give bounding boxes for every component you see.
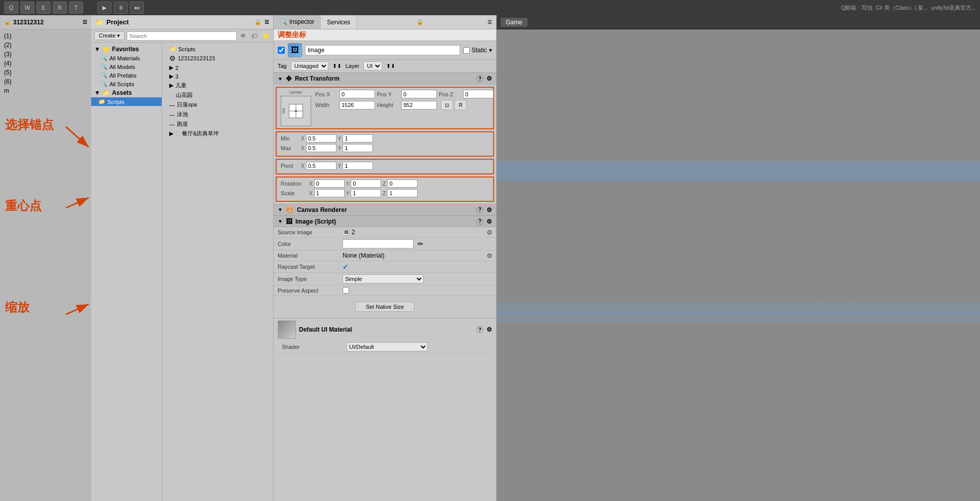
- rect-pos-fields: Pos X Pos Y Pos Z Width Height: [315, 90, 494, 126]
- preserve-aspect-label: Preserve Aspect: [278, 288, 338, 294]
- pivot-y-input[interactable]: [343, 162, 373, 170]
- tab-game[interactable]: Game: [501, 18, 527, 27]
- rect-help-icon[interactable]: ?: [476, 75, 483, 82]
- h-item-3[interactable]: (3): [0, 50, 91, 59]
- rot-z-input[interactable]: [387, 180, 418, 188]
- rot-y-input[interactable]: [351, 180, 381, 188]
- tool-t[interactable]: T: [69, 2, 83, 14]
- file-3[interactable]: ▶ 3: [162, 72, 273, 81]
- scale-x-input[interactable]: [314, 189, 345, 197]
- layer-expand-icon[interactable]: ⬆⬇: [386, 63, 395, 69]
- tag-select[interactable]: Untagged: [291, 61, 328, 70]
- pos-x-input[interactable]: [340, 90, 375, 98]
- tab-services[interactable]: Services: [321, 15, 357, 29]
- fav-all-materials[interactable]: 🔍 All Materials: [91, 54, 162, 62]
- assets-scripts-item[interactable]: 📁 Scripts: [91, 97, 162, 106]
- rect-collapse-arrow[interactable]: ▼: [278, 76, 283, 82]
- h-item-5[interactable]: (5): [0, 68, 91, 77]
- file-2[interactable]: ▶ 2: [162, 63, 273, 72]
- preserve-aspect-checkbox[interactable]: [343, 287, 349, 294]
- file-restaurant[interactable]: ▶ ☐ 餐厅&庆典草坪: [162, 129, 273, 138]
- hierarchy-list: (1) (2) (3) (4) (5) (6) m: [0, 29, 91, 97]
- lock-tab-icon[interactable]: 🔒: [417, 19, 424, 25]
- image-collapse-arrow[interactable]: ▼: [278, 219, 283, 224]
- raycast-checkbox[interactable]: ✔: [343, 263, 349, 271]
- file-123[interactable]: ⚙ 123123123123: [162, 53, 273, 63]
- max-y-input[interactable]: [343, 144, 373, 152]
- h-item-m[interactable]: m: [0, 86, 91, 95]
- tag-icon[interactable]: 🏷: [250, 31, 259, 41]
- lock-icon[interactable]: 🔒: [4, 19, 11, 25]
- h-item-4[interactable]: (4): [0, 59, 91, 68]
- height-input[interactable]: [401, 101, 437, 110]
- min-x-input[interactable]: [306, 134, 336, 142]
- h-item-2[interactable]: (2): [0, 41, 91, 50]
- max-x-input[interactable]: [306, 144, 336, 152]
- object-name-input[interactable]: [305, 45, 460, 55]
- image-type-select[interactable]: Simple Sliced Tiled Filled: [343, 274, 424, 283]
- material-gear-icon[interactable]: ⚙: [486, 326, 492, 333]
- star-icon[interactable]: ⭐: [261, 31, 270, 41]
- native-size-button[interactable]: Set Native Size: [355, 302, 414, 312]
- tool-q[interactable]: Q: [4, 2, 18, 14]
- reset-btn[interactable]: R: [455, 100, 467, 110]
- tool-r[interactable]: R: [53, 2, 67, 14]
- file-track[interactable]: — 跑道: [162, 119, 273, 129]
- file-flower[interactable]: ☐ 山花园: [162, 90, 273, 100]
- file-sunset[interactable]: — 日落spa: [162, 100, 273, 110]
- fav-all-models[interactable]: 🔍 All Models: [91, 62, 162, 71]
- tool-e[interactable]: E: [36, 2, 51, 14]
- source-image-circle-btn[interactable]: ⊙: [487, 229, 492, 236]
- step-button[interactable]: ⏭: [130, 2, 144, 14]
- pause-button[interactable]: ⏸: [114, 2, 128, 14]
- fav-all-scripts[interactable]: 🔍 All Scripts: [91, 80, 162, 88]
- color-swatch[interactable]: [343, 239, 413, 248]
- project-lock-icon[interactable]: 🔒: [254, 19, 261, 25]
- material-circle-btn[interactable]: ⊙: [487, 252, 492, 259]
- material-help-icon[interactable]: ?: [476, 326, 483, 333]
- constrain-btn[interactable]: ⊡: [441, 100, 453, 110]
- fav-all-prefabs[interactable]: 🔍 All Prefabs: [91, 71, 162, 80]
- image-gear-icon[interactable]: ⚙: [486, 218, 492, 225]
- scale-z-input[interactable]: [387, 189, 418, 197]
- file-child[interactable]: ▶ 儿童: [162, 81, 273, 90]
- hierarchy-menu-icon[interactable]: ☰: [83, 19, 87, 25]
- canvas-collapse-arrow[interactable]: ▼: [278, 207, 283, 212]
- h-item-6[interactable]: (6): [0, 77, 91, 86]
- eye-icon[interactable]: 👁: [239, 31, 248, 41]
- image-help-icon[interactable]: ?: [476, 218, 483, 225]
- anchor-widget[interactable]: top: [281, 96, 311, 126]
- layer-select[interactable]: UI: [363, 61, 382, 70]
- canvas-help-icon[interactable]: ?: [476, 206, 483, 213]
- eyedropper-icon[interactable]: ✏: [418, 240, 424, 248]
- static-dropdown-arrow[interactable]: ▾: [489, 47, 492, 54]
- rect-gear-icon[interactable]: ⚙: [486, 75, 492, 82]
- file-scripts[interactable]: 📁 Scripts: [162, 45, 273, 53]
- h-item-1[interactable]: (1): [0, 31, 91, 41]
- pos-y-input[interactable]: [401, 90, 437, 98]
- width-input[interactable]: [340, 101, 375, 110]
- static-checkbox[interactable]: [463, 47, 470, 54]
- tool-w[interactable]: W: [20, 2, 34, 14]
- pivot-x-input[interactable]: [306, 162, 336, 170]
- menu-tab-icon[interactable]: ☰: [487, 19, 492, 25]
- rot-x-input[interactable]: [314, 180, 345, 188]
- tab-inspector[interactable]: 🔍 Inspector: [274, 15, 321, 29]
- tab-lock[interactable]: 🔒: [412, 15, 428, 29]
- play-button[interactable]: ▶: [97, 2, 111, 14]
- search-input[interactable]: [127, 31, 237, 41]
- tab-hamburger[interactable]: ☰: [483, 15, 496, 29]
- arrow-item-3: ▶: [169, 73, 173, 80]
- canvas-gear-icon[interactable]: ⚙: [486, 206, 492, 213]
- scale-x-label: X: [309, 191, 313, 196]
- project-menu-icon[interactable]: ☰: [265, 19, 269, 25]
- create-button[interactable]: Create ▾: [94, 31, 125, 40]
- file-pool[interactable]: — 泳池: [162, 110, 273, 119]
- min-y-input[interactable]: [343, 134, 373, 142]
- tag-expand-icon[interactable]: ⬆⬇: [332, 63, 342, 69]
- shader-select[interactable]: UI/Default: [347, 342, 428, 351]
- pos-z-input[interactable]: [463, 90, 494, 98]
- image-script-icon: 🖼: [286, 218, 292, 225]
- object-enabled-checkbox[interactable]: [278, 47, 285, 54]
- scale-y-input[interactable]: [351, 189, 381, 197]
